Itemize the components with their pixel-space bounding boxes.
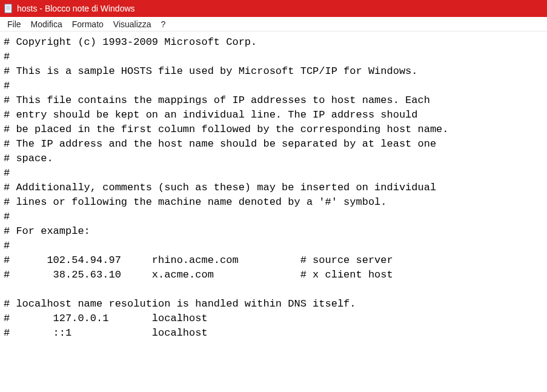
text-editor[interactable]: # Copyright (c) 1993-2009 Microsoft Corp… bbox=[0, 32, 547, 392]
menubar: File Modifica Formato Visualizza ? bbox=[0, 17, 547, 32]
menu-view[interactable]: Visualizza bbox=[108, 18, 156, 30]
menu-help[interactable]: ? bbox=[156, 18, 171, 30]
menu-edit[interactable]: Modifica bbox=[26, 18, 67, 30]
notepad-icon bbox=[4, 4, 13, 13]
menu-file[interactable]: File bbox=[2, 18, 26, 30]
window-title: hosts - Blocco note di Windows bbox=[17, 4, 135, 13]
titlebar: hosts - Blocco note di Windows bbox=[0, 0, 547, 17]
menu-format[interactable]: Formato bbox=[67, 18, 108, 30]
